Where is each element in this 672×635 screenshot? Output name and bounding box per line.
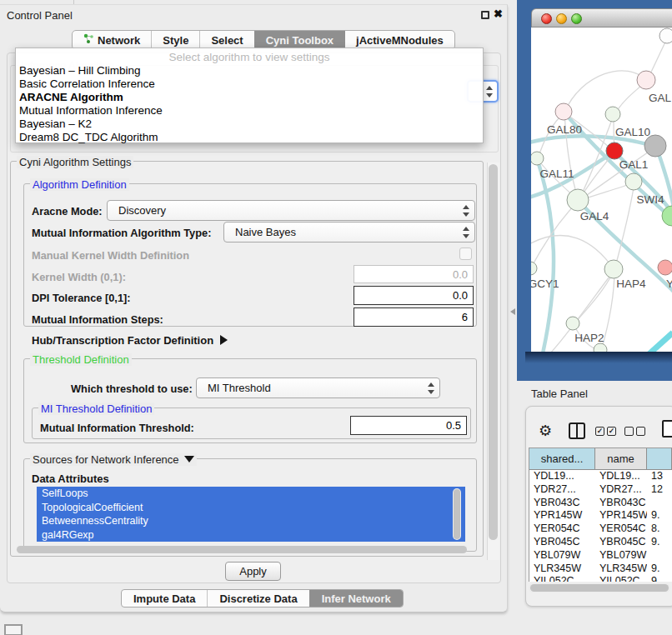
- table-cell[interactable]: YBL079W: [529, 549, 595, 562]
- tab-style[interactable]: Style: [151, 31, 199, 49]
- data-attribute-item-selected[interactable]: TopologicalCoefficient: [37, 501, 465, 515]
- deselect-checkbox-icon-2[interactable]: [636, 427, 645, 436]
- table-cell[interactable]: 8.: [647, 522, 672, 536]
- node-selected-red[interactable]: [606, 142, 623, 159]
- table-row[interactable]: YBR045CYBR045C9.: [529, 536, 672, 549]
- table-cell[interactable]: 13: [647, 470, 672, 483]
- table-cell[interactable]: [647, 497, 672, 510]
- table-cell[interactable]: YPR145W: [529, 509, 595, 522]
- table-cell[interactable]: YDR27...: [529, 483, 595, 497]
- table-column-header[interactable]: shared...: [529, 448, 595, 469]
- apply-button[interactable]: Apply: [225, 562, 281, 581]
- table-cell[interactable]: 12: [647, 483, 672, 497]
- node-gal11[interactable]: [531, 152, 544, 165]
- table-cell[interactable]: YLR345W: [595, 562, 647, 576]
- node-gal1[interactable]: [625, 173, 642, 190]
- node-gal4[interactable]: [567, 189, 589, 211]
- deselect-checkbox-icon[interactable]: [624, 427, 634, 436]
- minimize-traffic-light[interactable]: [556, 13, 567, 24]
- table-row[interactable]: YIL052CYIL052C9: [529, 575, 672, 582]
- table-cell[interactable]: [647, 549, 672, 562]
- panel-split-collapse-arrow[interactable]: [510, 308, 515, 315]
- table-row[interactable]: YBR043CYBR043C: [529, 497, 672, 510]
- table-row[interactable]: YLR345WYLR345W9.: [529, 562, 672, 576]
- settings-horizontal-scrollbar[interactable]: [17, 546, 467, 553]
- node-gal-partial[interactable]: [637, 71, 655, 89]
- tab-jactivemnodules[interactable]: jActiveMNodules: [344, 31, 454, 49]
- column-layout-icon[interactable]: [569, 422, 585, 439]
- table-cell[interactable]: YBL079W: [595, 549, 647, 562]
- tab-select[interactable]: Select: [199, 31, 253, 49]
- table-cell[interactable]: YBR045C: [595, 536, 647, 549]
- data-attribute-item-selected[interactable]: gal4RGexp: [37, 528, 465, 542]
- node-salmon[interactable]: [658, 260, 672, 275]
- select-all-checkbox-icon[interactable]: ✓: [595, 427, 604, 436]
- table-cell[interactable]: 9.: [647, 562, 672, 576]
- data-attribute-item-selected[interactable]: BetweennessCentrality: [37, 514, 465, 528]
- table-cell[interactable]: YIL052C: [595, 575, 647, 582]
- node-gal10[interactable]: [605, 107, 620, 122]
- tab-infer-network[interactable]: Infer Network: [309, 590, 403, 607]
- table-column-header[interactable]: name: [595, 448, 647, 469]
- select-all-checkbox-icon-2[interactable]: ✓: [607, 427, 616, 436]
- table-row[interactable]: YER054CYER054C8.: [529, 522, 672, 536]
- table-row[interactable]: YDR27...YDR27...12: [529, 483, 672, 497]
- table-cell[interactable]: YBR043C: [529, 497, 595, 510]
- dropdown-item[interactable]: Dream8 DC_TDC Algorithm: [16, 131, 483, 144]
- tab-cyni-toolbox[interactable]: Cyni Toolbox: [254, 31, 344, 49]
- table-horizontal-scrollbar[interactable]: [529, 583, 670, 592]
- table-cell[interactable]: YDL19...: [529, 470, 595, 483]
- table-cell[interactable]: YDR27...: [595, 483, 647, 497]
- table-cell[interactable]: YDL19...: [595, 470, 647, 483]
- sources-legend[interactable]: Sources for Network Inference: [30, 453, 197, 466]
- node-gcy1[interactable]: [531, 262, 537, 275]
- tab-impute-data[interactable]: Impute Data: [122, 590, 207, 607]
- table-cell[interactable]: YER054C: [529, 522, 595, 536]
- table-row[interactable]: YDL19...YDL19...13: [529, 470, 672, 483]
- node-hap2[interactable]: [566, 317, 579, 330]
- table-cell[interactable]: 9: [647, 575, 672, 582]
- scrollbar-thumb[interactable]: [530, 584, 669, 592]
- mi-steps-field[interactable]: [354, 308, 474, 327]
- table-cell[interactable]: YBR043C: [595, 497, 647, 510]
- data-attribute-item-selected[interactable]: SelfLoops: [37, 487, 465, 501]
- aracne-mode-combobox[interactable]: Discovery: [107, 200, 475, 221]
- tab-discretize-data[interactable]: Discretize Data: [207, 590, 308, 607]
- dpi-tolerance-field[interactable]: [354, 286, 474, 305]
- node-gal80[interactable]: [555, 103, 572, 120]
- attributes-list-scrollbar[interactable]: [453, 488, 461, 540]
- data-attributes-list[interactable]: SelfLoopsTopologicalCoefficientBetweenne…: [37, 487, 465, 542]
- node-hap4[interactable]: [604, 260, 623, 278]
- dropdown-item[interactable]: Bayesian – Hill Climbing: [16, 64, 483, 78]
- table-cell[interactable]: YER054C: [595, 522, 647, 536]
- mi-threshold-field[interactable]: [350, 416, 467, 435]
- node-partial-top[interactable]: [659, 28, 672, 43]
- mi-algorithm-type-combobox[interactable]: Naive Bayes: [223, 222, 475, 242]
- table-settings-gear-icon[interactable]: ⚙: [539, 422, 552, 440]
- settings-vertical-scrollbar-thumb[interactable]: [489, 164, 498, 540]
- table-cell[interactable]: YIL052C: [529, 575, 595, 582]
- table-cell[interactable]: YLR345W: [529, 562, 595, 576]
- dropdown-item[interactable]: Mutual Information Inference: [16, 104, 483, 118]
- table-row[interactable]: YBL079WYBL079W: [529, 549, 672, 562]
- table-cell[interactable]: YPR145W: [595, 509, 647, 522]
- table-cell[interactable]: 9.: [647, 536, 672, 549]
- close-traffic-light[interactable]: [541, 13, 552, 24]
- dropdown-item[interactable]: ARACNE Algorithm: [16, 91, 483, 104]
- new-table-document-icon[interactable]: [662, 420, 672, 438]
- close-icon[interactable]: ✖: [494, 8, 503, 20]
- table-column-header[interactable]: [647, 448, 672, 469]
- hub-definition-toggle[interactable]: Hub/Transcription Factor Definition: [32, 334, 228, 347]
- table-row[interactable]: YPR145WYPR145W9.: [529, 509, 672, 522]
- tab-network[interactable]: Network: [73, 31, 151, 49]
- table-cell[interactable]: YBR045C: [529, 536, 595, 549]
- scrollbar-thumb[interactable]: [454, 489, 460, 539]
- dropdown-item[interactable]: Bayesian – K2: [16, 118, 483, 131]
- table-cell[interactable]: 9.: [647, 509, 672, 522]
- dropdown-item[interactable]: Basic Correlation Inference: [16, 78, 483, 91]
- which-threshold-combobox[interactable]: MI Threshold: [196, 378, 440, 398]
- float-window-icon[interactable]: [481, 11, 489, 19]
- node-partial-bottom[interactable]: [594, 343, 607, 352]
- zoom-traffic-light[interactable]: [571, 13, 582, 24]
- network-view-canvas[interactable]: GALGAL80GAL10GAL11GAL1SWI4GAL4GCY1HAP4YH…: [531, 28, 672, 352]
